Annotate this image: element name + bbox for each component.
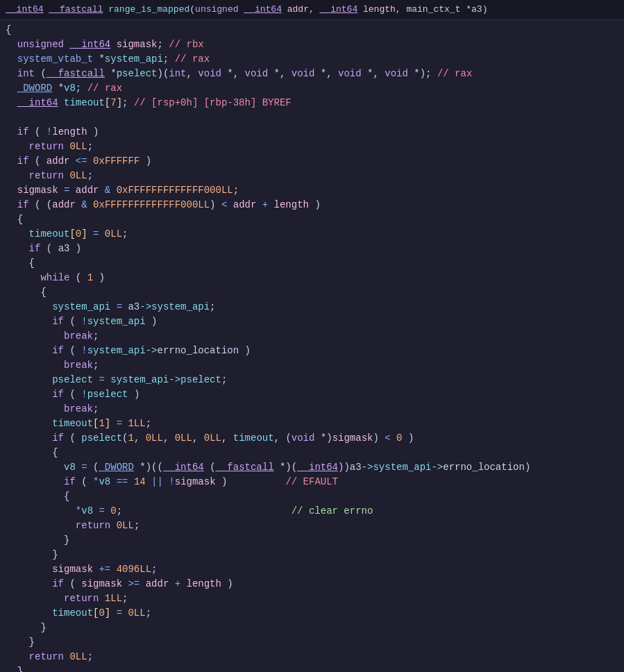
code-line: timeout[1] = 1LL; xyxy=(6,417,618,431)
code-line: return 0LL; xyxy=(6,169,618,183)
code-line: if ( sigmask >= addr + length ) xyxy=(6,577,618,591)
code-line: *v8 = 0; // clear errno xyxy=(6,504,618,519)
code-line: v8 = (_DWORD *)((__int64 (__fastcall *)(… xyxy=(6,460,618,475)
code-line: break; xyxy=(6,402,618,417)
code-body: { unsigned __int64 sigmask; // rbx syste… xyxy=(0,20,624,673)
code-container: __int64 __fastcall range_is_mapped(unsig… xyxy=(0,0,624,672)
code-line: if ( *v8 == 14 || !sigmask ) // EFAULT xyxy=(6,475,618,489)
code-line: { xyxy=(6,23,618,37)
code-line: _DWORD *v8; // rax xyxy=(6,81,618,96)
code-line: if ( !pselect ) xyxy=(6,387,618,402)
code-line: int (__fastcall *pselect)(int, void *, v… xyxy=(6,67,618,81)
return-type: __int64 xyxy=(6,4,44,15)
code-line: system_api = a3->system_api; xyxy=(6,300,618,314)
code-line: if ( (addr & 0xFFFFFFFFFFFFF000LL) < add… xyxy=(6,198,618,212)
code-line: if ( !system_api->errno_location ) xyxy=(6,344,618,358)
code-line: break; xyxy=(6,329,618,344)
fn-name: range_is_mapped(unsigned __int64 addr, _… xyxy=(103,4,487,15)
code-line: { xyxy=(6,285,618,300)
code-line: } xyxy=(6,548,618,562)
code-line: __int64 timeout[7]; // [rsp+0h] [rbp-38h… xyxy=(6,96,618,110)
code-line: timeout[0] = 0LL; xyxy=(6,227,618,242)
code-line: sigmask = addr & 0xFFFFFFFFFFFFF000LL; xyxy=(6,183,618,198)
code-line: if ( !length ) xyxy=(6,125,618,140)
code-line: system_vtab_t *system_api; // rax xyxy=(6,52,618,67)
code-line: { xyxy=(6,256,618,271)
code-line: unsigned __int64 sigmask; // rbx xyxy=(6,37,618,52)
code-line: if ( !system_api ) xyxy=(6,314,618,329)
code-line: pselect = system_api->pselect; xyxy=(6,373,618,387)
code-line: if ( a3 ) xyxy=(6,242,618,256)
code-line: } xyxy=(6,635,618,650)
code-line: break; xyxy=(6,358,618,373)
function-header: __int64 __fastcall range_is_mapped(unsig… xyxy=(0,0,624,20)
code-line: return 1LL; xyxy=(6,591,618,606)
code-line: return 0LL; xyxy=(6,650,618,664)
code-line: if ( addr <= 0xFFFFFF ) xyxy=(6,154,618,169)
code-line: while ( 1 ) xyxy=(6,271,618,285)
code-line: { xyxy=(6,489,618,504)
code-line: sigmask += 4096LL; xyxy=(6,562,618,577)
calling-convention: __fastcall xyxy=(49,4,103,15)
code-line: if ( pselect(1, 0LL, 0LL, 0LL, timeout, … xyxy=(6,431,618,446)
code-line: } xyxy=(6,621,618,635)
code-line: return 0LL; xyxy=(6,519,618,533)
code-line: } xyxy=(6,664,618,673)
code-line: { xyxy=(6,446,618,460)
code-line: } xyxy=(6,533,618,548)
code-line: { xyxy=(6,212,618,227)
code-line: timeout[0] = 0LL; xyxy=(6,606,618,621)
code-line xyxy=(6,110,618,125)
code-line: return 0LL; xyxy=(6,140,618,154)
